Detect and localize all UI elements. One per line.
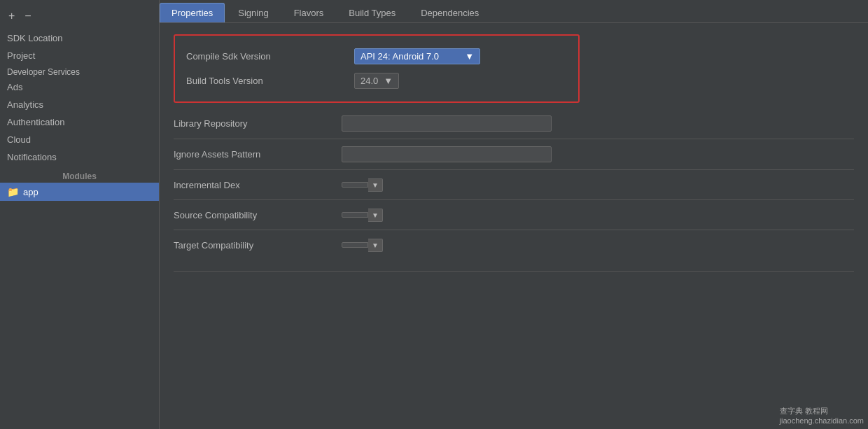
build-tools-control: 24.0 ▼ [354,73,399,89]
build-tools-chevron: ▼ [384,76,393,86]
compile-sdk-row: Compile Sdk Version API 24: Android 7.0 … [186,44,567,69]
compile-sdk-value: API 24: Android 7.0 [360,51,439,62]
sidebar-item-ads[interactable]: Ads [0,78,159,96]
sidebar-item-sdk-location[interactable]: SDK Location [0,29,159,47]
library-repo-control [342,115,552,132]
ignore-assets-control [342,146,552,162]
source-compat-value [342,212,368,218]
tab-bar: Properties Signing Flavors Build Types D… [160,0,868,23]
source-compat-dropdown-btn[interactable]: ▼ [368,209,383,222]
library-repo-row: Library Repository [174,111,854,136]
sidebar-item-analytics[interactable]: Analytics [0,96,159,113]
remove-button[interactable]: − [23,10,32,22]
watermark-subtext: jiaocheng.chazidian.com [780,416,864,425]
sidebar-developer-services-header: Developer Services [0,64,159,78]
tab-signing[interactable]: Signing [226,3,280,22]
tab-flavors[interactable]: Flavors [282,3,336,22]
separator-1 [174,139,854,139]
source-compat-label: Source Compatibility [174,210,342,220]
separator-3 [174,199,854,200]
modules-section-header: Modules [0,166,159,183]
module-app-label: app [23,187,38,197]
source-compat-control: ▼ [342,209,383,222]
source-compat-row: Source Compatibility ▼ [174,203,854,227]
bottom-empty-area [174,271,854,341]
incremental-dex-value [342,182,368,188]
tab-dependencies[interactable]: Dependencies [409,3,491,22]
library-repo-input[interactable] [342,115,552,132]
build-tools-value: 24.0 [360,76,378,86]
separator-4 [174,230,854,230]
target-compat-value [342,242,368,248]
sidebar-controls: + − [0,6,159,29]
build-tools-dropdown[interactable]: 24.0 ▼ [354,73,399,89]
sidebar-item-project[interactable]: Project [0,47,159,64]
sidebar: + − SDK Location Project Developer Servi… [0,0,160,429]
target-compat-row: Target Compatibility ▼ [174,233,854,257]
target-compat-dropdown-btn[interactable]: ▼ [368,239,383,252]
compile-sdk-chevron: ▼ [465,51,474,62]
build-tools-row: Build Tools Version 24.0 ▼ [186,69,567,93]
sidebar-item-app[interactable]: 📁 app [0,183,159,201]
ignore-assets-input[interactable] [342,146,552,162]
separator-2 [174,169,854,170]
compile-sdk-label: Compile Sdk Version [186,51,354,62]
target-compat-label: Target Compatibility [174,240,342,251]
ignore-assets-row: Ignore Assets Pattern [174,142,854,167]
tab-properties[interactable]: Properties [160,3,225,22]
folder-icon: 📁 [7,186,19,197]
sidebar-item-authentication[interactable]: Authentication [0,113,159,131]
watermark-text: 查字典 教程网 [780,406,864,416]
build-tools-label: Build Tools Version [186,76,354,86]
sidebar-item-notifications[interactable]: Notifications [0,148,159,166]
ignore-assets-label: Ignore Assets Pattern [174,149,342,160]
highlighted-fields-box: Compile Sdk Version API 24: Android 7.0 … [174,34,580,103]
compile-sdk-dropdown[interactable]: API 24: Android 7.0 ▼ [354,48,480,64]
compile-sdk-control: API 24: Android 7.0 ▼ [354,48,480,64]
incremental-dex-row: Incremental Dex ▼ [174,173,854,197]
sidebar-item-cloud[interactable]: Cloud [0,131,159,148]
incremental-dex-control: ▼ [342,178,383,192]
target-compat-control: ▼ [342,239,383,252]
add-button[interactable]: + [7,10,16,22]
incremental-dex-label: Incremental Dex [174,180,342,190]
watermark: 查字典 教程网 jiaocheng.chazidian.com [780,406,864,425]
content-area: Compile Sdk Version API 24: Android 7.0 … [160,23,868,429]
main-panel: Properties Signing Flavors Build Types D… [160,0,868,429]
library-repo-label: Library Repository [174,118,342,129]
incremental-dex-dropdown-btn[interactable]: ▼ [368,178,383,192]
tab-build-types[interactable]: Build Types [337,3,407,22]
